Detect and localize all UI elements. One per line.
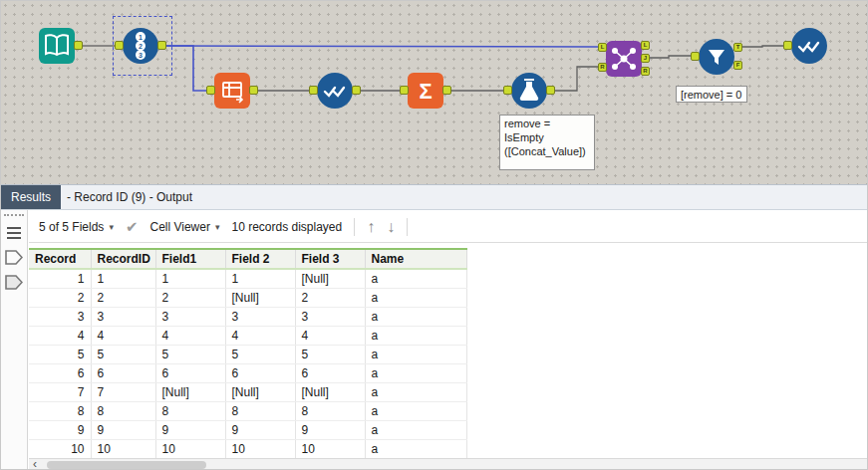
table-cell[interactable]: 3 — [29, 308, 91, 327]
input-anchor[interactable] — [400, 86, 409, 95]
connection-wire[interactable] — [555, 67, 598, 91]
table-cell[interactable]: 5 — [225, 346, 295, 364]
table-cell[interactable]: 4 — [29, 327, 91, 346]
cell-viewer-dropdown[interactable]: Cell Viewer ▾ — [149, 220, 219, 234]
column-header[interactable]: Field 3 — [295, 249, 365, 269]
table-cell[interactable]: 1 — [29, 269, 91, 289]
table-cell[interactable]: 6 — [295, 364, 365, 383]
table-cell[interactable]: 5 — [155, 346, 225, 364]
table-cell[interactable]: 3 — [155, 308, 225, 327]
table-cell[interactable]: 10 — [155, 440, 225, 459]
join-output-j-anchor[interactable]: J — [641, 54, 650, 63]
table-cell[interactable]: 7 — [29, 383, 91, 402]
table-cell[interactable]: 10 — [225, 440, 295, 459]
table-cell[interactable]: 1 — [155, 269, 225, 289]
move-up-icon[interactable]: ↑ — [367, 219, 375, 235]
table-cell[interactable]: 4 — [295, 327, 365, 346]
connection-wire-selected[interactable] — [166, 46, 598, 47]
input-anchor[interactable] — [115, 41, 124, 50]
table-cell[interactable]: a — [365, 383, 466, 402]
table-row[interactable]: 77[Null][Null][Null]a — [29, 383, 466, 402]
table-row[interactable]: 44444a — [29, 327, 466, 346]
table-cell[interactable]: a — [365, 327, 466, 346]
table-row[interactable]: 1111[Null]a — [29, 269, 466, 289]
table-cell[interactable]: 3 — [225, 308, 295, 327]
join-left-anchor[interactable]: L — [598, 43, 607, 52]
horizontal-scrollbar[interactable]: ‹ — [29, 458, 868, 470]
scroll-left-icon[interactable]: ‹ — [33, 457, 37, 470]
formula-annotation[interactable]: remove = IsEmpty ([Concat_Value]) — [499, 115, 595, 170]
fields-dropdown[interactable]: 5 of 5 Fields ▾ — [39, 220, 114, 234]
table-cell[interactable]: a — [365, 364, 466, 383]
table-cell[interactable]: 9 — [295, 421, 365, 440]
join-right-input-anchor[interactable]: R — [598, 63, 607, 72]
table-cell[interactable]: 8 — [295, 402, 365, 421]
connection-wire-selected[interactable] — [166, 46, 206, 91]
table-cell[interactable]: 4 — [155, 327, 225, 346]
table-cell[interactable]: 10 — [29, 440, 91, 459]
table-cell[interactable]: 6 — [29, 364, 91, 383]
summarize-tool[interactable]: Σ — [408, 73, 443, 109]
table-cell[interactable]: 5 — [29, 346, 91, 364]
input-anchor[interactable] — [783, 41, 792, 50]
input-connection-icon[interactable] — [5, 250, 23, 265]
table-cell[interactable]: 4 — [225, 327, 295, 346]
table-cell[interactable]: 3 — [295, 308, 365, 327]
table-cell[interactable]: 9 — [91, 421, 155, 440]
record-id-tool[interactable]: 1 2 3 — [123, 28, 158, 64]
table-cell[interactable]: [Null] — [295, 383, 365, 402]
output-anchor[interactable] — [74, 41, 83, 50]
table-cell[interactable]: 5 — [295, 346, 365, 364]
column-header[interactable]: Field 2 — [225, 249, 295, 269]
table-cell[interactable]: a — [365, 269, 466, 289]
output-connection-icon[interactable] — [5, 275, 23, 290]
input-anchor[interactable] — [503, 86, 512, 95]
table-cell[interactable]: 8 — [29, 402, 91, 421]
table-row[interactable]: 33333a — [29, 308, 466, 327]
formula-tool[interactable] — [511, 73, 547, 109]
filter-annotation[interactable]: [remove] = 0 — [676, 86, 747, 103]
table-cell[interactable]: a — [365, 402, 466, 421]
join-output-l-anchor[interactable]: L — [641, 41, 650, 50]
transpose-tool[interactable] — [214, 73, 250, 109]
apply-check-icon[interactable]: ✔ — [126, 218, 139, 236]
table-cell[interactable]: [Null] — [155, 383, 225, 402]
table-cell[interactable]: 2 — [29, 289, 91, 308]
column-header[interactable]: Record — [29, 249, 91, 269]
table-row[interactable]: 99999a — [29, 421, 466, 440]
table-cell[interactable]: a — [365, 421, 466, 440]
connection-wire[interactable] — [650, 56, 691, 58]
output-anchor[interactable] — [546, 86, 555, 95]
table-row[interactable]: 1010101010a — [29, 440, 466, 459]
table-cell[interactable]: 8 — [225, 402, 295, 421]
column-header[interactable]: RecordID — [91, 249, 155, 269]
table-row[interactable]: 55555a — [29, 346, 466, 364]
table-cell[interactable]: 9 — [225, 421, 295, 440]
table-cell[interactable]: 4 — [91, 327, 155, 346]
table-cell[interactable]: 2 — [295, 289, 365, 308]
table-cell[interactable]: [Null] — [225, 289, 295, 308]
table-cell[interactable]: 9 — [29, 421, 91, 440]
table-cell[interactable]: 6 — [155, 364, 225, 383]
table-row[interactable]: 222[Null]2a — [29, 289, 466, 308]
input-anchor[interactable] — [691, 52, 700, 61]
output-check-tool[interactable] — [791, 28, 827, 64]
table-cell[interactable]: 1 — [91, 269, 155, 289]
output-anchor[interactable] — [249, 86, 258, 95]
table-cell[interactable]: a — [365, 440, 466, 459]
input-data-tool[interactable] — [39, 28, 75, 64]
filter-true-anchor[interactable]: T — [733, 43, 742, 52]
join-tool[interactable] — [606, 41, 642, 77]
column-header[interactable]: Name — [365, 249, 466, 269]
table-cell[interactable]: a — [365, 289, 466, 308]
list-view-icon[interactable] — [5, 226, 23, 240]
table-cell[interactable]: 6 — [91, 364, 155, 383]
output-anchor[interactable] — [352, 86, 361, 95]
table-cell[interactable]: 9 — [155, 421, 225, 440]
input-anchor[interactable] — [309, 86, 318, 95]
input-anchor[interactable] — [206, 86, 215, 95]
filter-tool[interactable] — [699, 39, 734, 75]
join-output-r-anchor[interactable]: R — [641, 67, 650, 76]
table-cell[interactable]: 1 — [225, 269, 295, 289]
table-cell[interactable]: 7 — [91, 383, 155, 402]
